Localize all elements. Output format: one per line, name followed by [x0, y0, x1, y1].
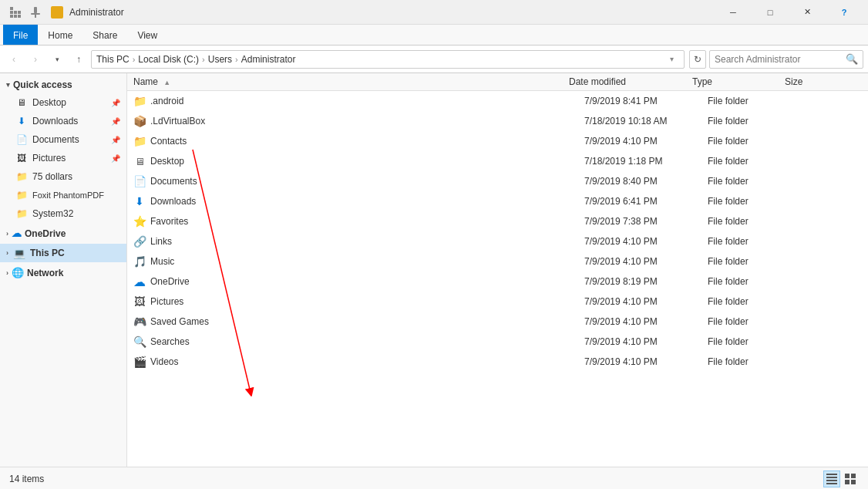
breadcrumb-users[interactable]: Users [208, 54, 232, 65]
view-buttons [823, 470, 859, 487]
network-icon: 🌐 [12, 267, 24, 278]
tab-home[interactable]: Home [38, 25, 82, 45]
sidebar-header-quick-access[interactable]: ▾ Quick access [0, 76, 126, 93]
file-date-10: 7/9/2019 8:19 PM [584, 276, 708, 287]
file-date-5: 7/9/2019 8:40 PM [584, 176, 708, 187]
up-button[interactable]: ↑ [69, 50, 88, 69]
sidebar-item-label-documents: Documents [32, 134, 79, 145]
file-row[interactable]: ☁ OneDrive 7/9/2019 8:19 PM File folder [127, 271, 868, 292]
forward-button[interactable]: › [26, 50, 45, 69]
file-row[interactable]: 📄 Documents 7/9/2019 8:40 PM File folder [127, 171, 868, 191]
file-icon-4: 🖥 [133, 155, 146, 167]
help-button[interactable]: ? [826, 0, 862, 25]
file-icon-3: 📁 [133, 135, 146, 147]
downloads-folder-icon: ⬇ [15, 115, 28, 127]
file-row[interactable]: 🔗 Links 7/9/2019 4:10 PM File folder [127, 231, 868, 251]
svg-rect-15 [851, 474, 856, 478]
file-row[interactable]: 📁 .android 7/9/2019 8:41 PM File folder [127, 91, 868, 111]
window-folder-icon [51, 6, 63, 19]
foxit-folder-icon: 📁 [15, 189, 28, 201]
svg-rect-10 [826, 474, 837, 475]
sidebar-item-label-desktop: Desktop [32, 97, 66, 108]
file-name-14: 🎬 Videos [133, 356, 584, 368]
sidebar-item-label-foxit: Foxit PhantomPDF [32, 191, 104, 200]
tab-view[interactable]: View [127, 25, 167, 45]
sidebar-item-pictures[interactable]: 🖼 Pictures 📌 [0, 149, 126, 167]
content-header: Name ▲ Date modified Type Size [127, 73, 868, 91]
sidebar-header-this-pc[interactable]: › 💻 This PC [0, 244, 126, 262]
breadcrumb-local-disk[interactable]: Local Disk (C:) [138, 54, 199, 65]
75dollars-folder-icon: 📁 [15, 170, 28, 183]
pin-to-quick-access-icon[interactable] [26, 3, 45, 22]
file-icon-13: 🔍 [133, 336, 146, 348]
recent-button[interactable]: ▾ [48, 50, 66, 69]
file-row[interactable]: 🔍 Searches 7/9/2019 4:10 PM File folder [127, 332, 868, 352]
search-input[interactable] [715, 54, 843, 65]
sidebar-label-quick-access: Quick access [13, 79, 72, 90]
file-date-14: 7/9/2019 4:10 PM [584, 356, 708, 367]
file-type-14: File folder [708, 356, 800, 367]
file-row[interactable]: 📦 .LdVirtualBox 7/18/2019 10:18 AM File … [127, 111, 868, 131]
file-row[interactable]: 🎮 Saved Games 7/9/2019 4:10 PM File fold… [127, 312, 868, 332]
col-date[interactable]: Date modified [569, 76, 692, 87]
file-date-1: 7/9/2019 8:41 PM [584, 96, 708, 106]
breadcrumb-administrator[interactable]: Administrator [241, 54, 296, 65]
tab-file[interactable]: File [3, 25, 38, 45]
file-name-7: ⭐ Favorites [133, 215, 584, 228]
file-row[interactable]: ⭐ Favorites 7/9/2019 7:38 PM File folder [127, 211, 868, 231]
file-name-9: 🎵 Music [133, 255, 584, 268]
col-name[interactable]: Name ▲ [133, 76, 569, 87]
large-icons-view-button[interactable] [842, 470, 859, 487]
svg-rect-7 [34, 7, 37, 13]
file-type-5: File folder [708, 176, 800, 187]
file-row[interactable]: 🎵 Music 7/9/2019 4:10 PM File folder [127, 251, 868, 271]
file-date-9: 7/9/2019 4:10 PM [584, 256, 708, 267]
file-list: 📁 .android 7/9/2019 8:41 PM File folder … [127, 91, 868, 467]
tab-share[interactable]: Share [82, 25, 127, 45]
sidebar-item-desktop[interactable]: 🖥 Desktop 📌 [0, 93, 126, 112]
this-pc-icon: 💻 [13, 248, 25, 259]
address-bar-chevron[interactable]: ▾ [664, 55, 679, 63]
sidebar-header-onedrive[interactable]: › ☁ OneDrive [0, 224, 126, 242]
back-button[interactable]: ‹ [5, 50, 23, 69]
refresh-button[interactable]: ↻ [689, 50, 706, 69]
close-button[interactable]: ✕ [789, 0, 825, 25]
svg-rect-4 [14, 11, 17, 14]
search-box[interactable]: 🔍 [709, 50, 863, 69]
item-count: 14 items [9, 474, 44, 484]
file-date-7: 7/9/2019 7:38 PM [584, 216, 708, 227]
maximize-button[interactable]: □ [752, 0, 788, 25]
svg-rect-0 [10, 15, 13, 18]
sidebar-item-75dollars[interactable]: 📁 75 dollars [0, 167, 126, 186]
quick-access-icon[interactable] [6, 3, 25, 22]
main-layout: ▾ Quick access 🖥 Desktop 📌 ⬇ Downloads 📌… [0, 73, 868, 467]
status-bar: 14 items [0, 467, 868, 489]
breadcrumb-this-pc[interactable]: This PC [96, 54, 130, 65]
address-bar[interactable]: This PC › Local Disk (C:) › Users › Admi… [91, 50, 685, 69]
file-row[interactable]: 🖼 Pictures 7/9/2019 4:10 PM File folder [127, 292, 868, 312]
file-row[interactable]: 📁 Contacts 7/9/2019 4:10 PM File folder [127, 131, 868, 151]
sidebar-label-network: Network [27, 268, 63, 278]
file-row[interactable]: ⬇ Downloads 7/9/2019 6:41 PM File folder [127, 191, 868, 211]
col-type[interactable]: Type [692, 76, 785, 87]
file-row[interactable]: 🎬 Videos 7/9/2019 4:10 PM File folder [127, 352, 868, 372]
col-resize [846, 76, 862, 87]
file-name-4: 🖥 Desktop [133, 155, 584, 167]
file-date-13: 7/9/2019 4:10 PM [584, 336, 708, 347]
col-size[interactable]: Size [785, 76, 846, 87]
file-type-1: File folder [708, 96, 800, 106]
title-bar-icons [6, 3, 45, 22]
breadcrumb: This PC › Local Disk (C:) › Users › Admi… [96, 54, 664, 65]
file-date-2: 7/18/2019 10:18 AM [584, 116, 708, 126]
file-row[interactable]: 🖥 Desktop 7/18/2019 1:18 PM File folder [127, 151, 868, 171]
sidebar-item-foxit[interactable]: 📁 Foxit PhantomPDF [0, 186, 126, 204]
minimize-button[interactable]: ─ [715, 0, 751, 25]
sidebar-item-downloads[interactable]: ⬇ Downloads 📌 [0, 112, 126, 130]
sidebar-item-system32[interactable]: 📁 System32 [0, 204, 126, 223]
details-view-button[interactable] [823, 470, 840, 487]
sidebar-header-network[interactable]: › 🌐 Network [0, 264, 126, 282]
file-date-4: 7/18/2019 1:18 PM [584, 156, 708, 167]
search-icon: 🔍 [846, 53, 858, 65]
chevron-down-icon: ▾ [6, 81, 10, 89]
sidebar-item-documents[interactable]: 📄 Documents 📌 [0, 130, 126, 149]
